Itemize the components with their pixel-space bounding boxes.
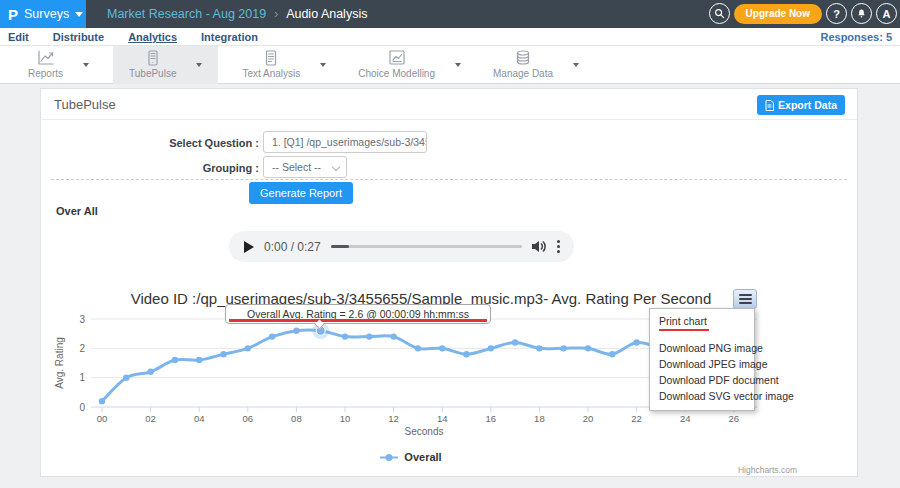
- chart-context-menu-button[interactable]: [733, 289, 757, 309]
- svg-text:18: 18: [534, 413, 545, 424]
- svg-text:06: 06: [243, 413, 254, 424]
- analytics-toolbar: Reports TubePulse Text Analysis Choice M…: [0, 46, 900, 84]
- grouping-label: Grouping :: [41, 162, 259, 174]
- chevron-down-icon[interactable]: [196, 63, 202, 67]
- svg-text:12: 12: [388, 413, 399, 424]
- chevron-down-icon: [332, 163, 340, 171]
- help-button[interactable]: ?: [826, 3, 847, 24]
- nav-item-integration[interactable]: Integration: [201, 31, 258, 43]
- choice-modelling-chart-icon: [388, 50, 406, 66]
- svg-text:04: 04: [194, 413, 205, 424]
- avatar[interactable]: A: [876, 3, 897, 24]
- play-button[interactable]: [243, 241, 254, 253]
- player-progress: [331, 245, 349, 248]
- search-icon[interactable]: [709, 3, 730, 24]
- generate-report-button[interactable]: Generate Report: [249, 182, 353, 204]
- section-divider: [51, 179, 847, 180]
- audio-player: 0:00 / 0:27: [229, 231, 574, 262]
- toolbar-label: TubePulse: [129, 68, 176, 79]
- menu-item-download-png[interactable]: Download PNG image: [650, 340, 754, 356]
- upgrade-now-button[interactable]: Upgrade Now: [734, 4, 822, 24]
- svg-text:10: 10: [340, 413, 351, 424]
- tooltip-underline: [229, 319, 487, 322]
- svg-text:Avg. Rating: Avg. Rating: [54, 337, 65, 389]
- menu-item-download-jpeg[interactable]: Download JPEG image: [650, 356, 754, 372]
- questionpro-logo: P: [8, 7, 18, 22]
- export-file-icon: [765, 100, 774, 111]
- highcharts-credits-link[interactable]: Highcharts.com: [738, 465, 797, 475]
- notifications-bell-icon[interactable]: [851, 3, 872, 24]
- legend-marker-icon: [380, 453, 398, 462]
- svg-text:24: 24: [680, 413, 691, 424]
- manage-data-database-icon: [514, 50, 532, 66]
- select-question-value: 1. [Q1] /qp_userimages/sub-3/3455655/S..…: [272, 136, 427, 148]
- chart-region: Video ID :/qp_userimages/sub-3/3455655/S…: [41, 281, 859, 478]
- toolbar-item-choice-modelling[interactable]: Choice Modelling: [350, 46, 469, 84]
- select-question-dropdown[interactable]: 1. [Q1] /qp_userimages/sub-3/3455655/S..…: [263, 131, 427, 153]
- toolbar-item-tubepulse[interactable]: TubePulse: [113, 46, 218, 84]
- player-overflow-menu-icon[interactable]: [557, 240, 560, 253]
- svg-text:1: 1: [79, 372, 85, 383]
- volume-icon[interactable]: [532, 240, 547, 253]
- svg-text:26: 26: [729, 413, 740, 424]
- toolbar-label: Text Analysis: [242, 68, 300, 79]
- select-question-label: Select Question :: [41, 137, 259, 149]
- svg-text:20: 20: [583, 413, 594, 424]
- product-label: Surveys: [24, 7, 69, 21]
- menu-item-download-svg[interactable]: Download SVG vector image: [650, 388, 754, 404]
- toolbar-item-manage-data[interactable]: Manage Data: [485, 46, 587, 84]
- grouping-value: -- Select --: [272, 161, 321, 173]
- toolbar-label: Manage Data: [493, 68, 553, 79]
- player-time-display: 0:00 / 0:27: [264, 240, 321, 254]
- breadcrumb: Market Research - Aug 2019 › Audio Analy…: [107, 7, 367, 21]
- app: P Surveys Market Research - Aug 2019 › A…: [0, 0, 900, 488]
- breadcrumb-current-page: Audio Analysis: [286, 7, 367, 21]
- svg-text:14: 14: [437, 413, 448, 424]
- nav-item-edit[interactable]: Edit: [8, 31, 29, 43]
- breadcrumb-separator: ›: [274, 7, 278, 21]
- chevron-down-icon[interactable]: [83, 63, 89, 67]
- breadcrumb-survey-link[interactable]: Market Research - Aug 2019: [107, 7, 266, 21]
- menu-item-download-pdf[interactable]: Download PDF document: [650, 372, 754, 388]
- export-data-label: Export Data: [778, 99, 837, 111]
- chart-legend[interactable]: Overall: [41, 451, 781, 463]
- responses-count: Responses: 5: [820, 31, 892, 43]
- svg-text:22: 22: [631, 413, 642, 424]
- tubepulse-panel: TubePulse Export Data Select Question : …: [40, 88, 858, 477]
- product-switcher[interactable]: P Surveys: [0, 0, 86, 28]
- svg-text:Seconds: Seconds: [405, 426, 444, 437]
- toolbar-label: Choice Modelling: [358, 68, 435, 79]
- nav-item-distribute[interactable]: Distribute: [53, 31, 104, 43]
- chevron-down-icon[interactable]: [455, 63, 461, 67]
- toolbar-label: Reports: [28, 68, 63, 79]
- top-header: P Surveys Market Research - Aug 2019 › A…: [0, 0, 900, 28]
- overall-section-label: Over All: [56, 205, 98, 217]
- text-analysis-document-icon: [262, 50, 280, 66]
- svg-text:2: 2: [79, 343, 85, 354]
- legend-label: Overall: [404, 451, 441, 463]
- header-actions: Upgrade Now ? A: [709, 3, 897, 24]
- svg-text:16: 16: [486, 413, 497, 424]
- panel-title: TubePulse: [54, 97, 116, 112]
- chevron-down-icon[interactable]: [573, 63, 579, 67]
- tubepulse-tablet-icon: [144, 50, 162, 66]
- svg-text:08: 08: [291, 413, 302, 424]
- svg-text:0: 0: [79, 402, 85, 413]
- chart-context-menu: Print chart Download PNG image Download …: [649, 308, 755, 411]
- export-data-button[interactable]: Export Data: [757, 95, 845, 115]
- svg-text:00: 00: [97, 413, 108, 424]
- nav-item-analytics[interactable]: Analytics: [128, 31, 177, 43]
- reports-chart-icon: [37, 50, 55, 66]
- toolbar-item-reports[interactable]: Reports: [20, 46, 97, 84]
- chart-tooltip: Overall Avg. Rating = 2.6 @ 00:00:09 hh:…: [225, 304, 491, 324]
- toolbar-item-text-analysis[interactable]: Text Analysis: [234, 46, 334, 84]
- player-seek-bar[interactable]: [331, 245, 522, 248]
- chevron-down-icon: [75, 12, 83, 17]
- svg-text:3: 3: [79, 314, 85, 325]
- panel-header: TubePulse Export Data: [41, 89, 857, 120]
- menu-item-print-chart[interactable]: Print chart: [650, 313, 754, 329]
- main-nav: Edit Distribute Analytics Integration Re…: [0, 28, 900, 46]
- chevron-down-icon[interactable]: [320, 63, 326, 67]
- svg-text:02: 02: [145, 413, 156, 424]
- grouping-dropdown[interactable]: -- Select --: [263, 156, 347, 178]
